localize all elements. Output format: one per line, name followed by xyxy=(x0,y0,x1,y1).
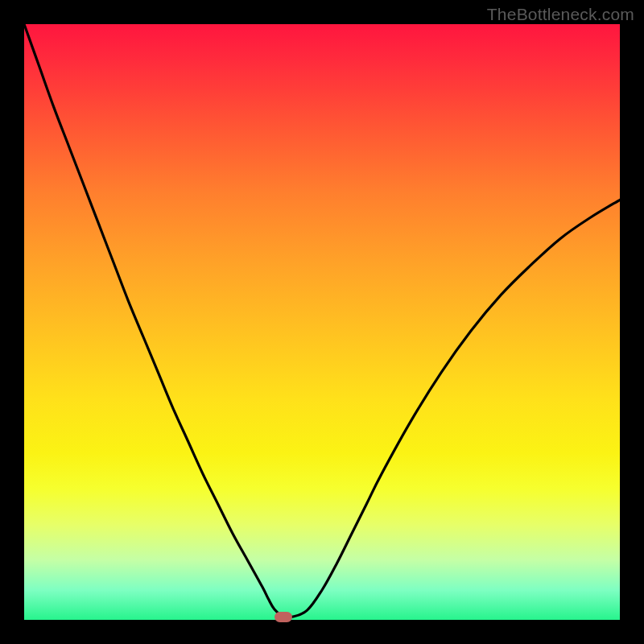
chart-frame: TheBottleneck.com xyxy=(0,0,644,644)
plot-area xyxy=(24,24,620,620)
curve-svg xyxy=(24,24,620,620)
bottleneck-curve xyxy=(24,24,620,617)
minimum-marker xyxy=(275,612,292,622)
watermark-text: TheBottleneck.com xyxy=(487,5,634,24)
